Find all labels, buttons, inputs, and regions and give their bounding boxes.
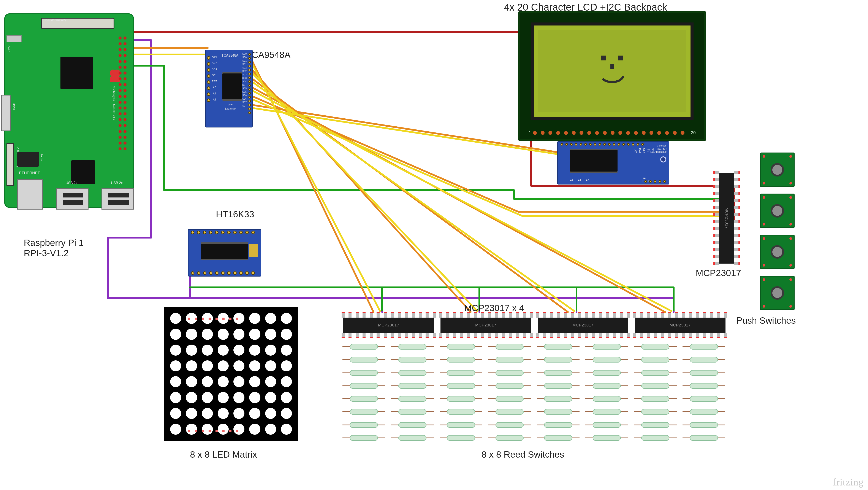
rpi-ethernet-port xyxy=(17,179,43,209)
rpi-caption: Raspberry Pi 1 RPI-3-V1.2 xyxy=(24,238,84,258)
reed-switch xyxy=(440,344,482,350)
rpi-csi-connector xyxy=(6,143,14,186)
reed-switch xyxy=(392,408,433,415)
reed-caption: 8 x 8 Reed Switches xyxy=(482,450,564,460)
reed-switch xyxy=(392,383,433,389)
htk-top-pins: for(let i=0;i<11;i++)document.write('<di… xyxy=(191,231,255,234)
push-switch-2[interactable] xyxy=(760,194,795,228)
reed-switch xyxy=(683,370,724,376)
reed-switch xyxy=(683,408,724,415)
reed-switch xyxy=(440,396,482,402)
lcd-smiley-icon xyxy=(591,52,634,86)
rpi-eth-label: ETHERNET xyxy=(19,171,40,175)
reed-switch xyxy=(343,396,384,402)
rpi-board-text: Raspberry Pi 3 Model B v1.2 xyxy=(112,85,116,120)
reed-switch xyxy=(586,383,627,389)
ht16k33-breakout: for(let i=0;i<11;i++)document.write('<di… xyxy=(188,229,261,277)
reed-switch xyxy=(635,370,676,376)
push-caption: Push Switches xyxy=(736,315,796,326)
reed-switch xyxy=(489,356,530,363)
reed-switch xyxy=(440,383,482,389)
push-switch-1[interactable] xyxy=(760,152,795,187)
raspberry-pi-board: DSI (DISPLAY) Power HDMI CSI (CAMERA) Au… xyxy=(4,13,134,208)
tca-silk-name: TCA9548A xyxy=(221,54,238,57)
tca-left-pins: for(let i=0;i<8;i++)document.write('<div… xyxy=(207,56,210,102)
reed-switch xyxy=(538,396,579,402)
reed-switch xyxy=(343,383,384,389)
reed-switch xyxy=(392,396,433,402)
mcp23017-vertical: MCP23017 for(let i=0;i<14;i++)document.w… xyxy=(719,173,734,264)
led-matrix-bot-pins: for(let i=0;i<8;i++)document.write('<div… xyxy=(188,430,238,432)
led-matrix-top-pins: for(let i=0;i<8;i++)document.write('<div… xyxy=(188,318,238,320)
rpi-hdmi-port xyxy=(1,95,11,132)
reed-bank-3 xyxy=(538,344,628,443)
mcp23017-2: MCP23017 xyxy=(440,318,531,333)
led-matrix-caption: 8 x 8 LED Matrix xyxy=(190,450,257,460)
reed-switch xyxy=(635,344,676,350)
tca-silk-sub: I2C Expander xyxy=(224,104,237,110)
htk-caption: HT16K33 xyxy=(216,209,254,220)
reed-switch xyxy=(440,435,482,441)
reed-switch xyxy=(635,383,676,389)
reed-switch xyxy=(586,408,627,415)
reed-switch xyxy=(538,370,579,376)
rpi-usb-label-b: USB 2x xyxy=(111,181,123,185)
rpi-usb-port-b xyxy=(101,188,134,209)
backpack-io-pins: for(let i=0;i<5;i++)document.write('<div… xyxy=(644,180,666,183)
lcd-pin-row: for(let i=0;i<20;i++)document.write('<di… xyxy=(533,131,684,135)
backpack-title: I2C / SPI LCD backpack xyxy=(650,147,667,153)
led-matrix-8x8: for(let i=0;i<64;i++)document.write('<di… xyxy=(164,307,298,441)
reed-switch xyxy=(392,356,433,363)
reed-switch xyxy=(586,422,627,428)
tca-caption: TCA9548A xyxy=(246,50,290,60)
rpi-audio-jack xyxy=(17,152,39,167)
lcd-pin20-label: 20 xyxy=(691,130,696,135)
rpi-gpio-header: for(let i=0;i<40;i++)document.write('<di… xyxy=(118,35,127,152)
reed-switch xyxy=(489,344,530,350)
mcp23017-4: MCP23017 xyxy=(635,318,725,333)
reed-switch xyxy=(538,435,579,441)
reed-switch xyxy=(586,356,627,363)
reed-switch xyxy=(489,396,530,402)
reed-switch xyxy=(635,422,676,428)
reed-switch xyxy=(343,356,384,363)
reed-switch xyxy=(343,422,384,428)
reed-switch xyxy=(683,435,724,441)
reed-switch xyxy=(392,435,433,441)
tca9548a-breakout: TCA9548A I2C Expander for(let i=0;i<8;i+… xyxy=(205,50,253,127)
reed-switch xyxy=(635,396,676,402)
mcp-vert-silk: MCP23017 xyxy=(724,208,729,229)
reed-switch xyxy=(683,396,724,402)
tca-right-pins: for(let i=0;i<16;i++)document.write('<di… xyxy=(248,53,251,114)
rpi-audio-label: Audio xyxy=(40,153,43,161)
lcd-pin1-label: 1 xyxy=(529,130,531,135)
reed-switch xyxy=(683,356,724,363)
rpi-usb-chip xyxy=(71,160,95,184)
reed-switch xyxy=(343,370,384,376)
tca-left-labels: VINGNDSDASCLRSTA0A1A2 xyxy=(212,56,217,101)
reed-switch xyxy=(538,356,579,363)
reed-switch xyxy=(538,344,579,350)
rpi-dsi-label: DSI (DISPLAY) xyxy=(45,19,66,22)
reed-switch xyxy=(683,422,724,428)
fritzing-watermark: fritzing xyxy=(833,477,864,488)
lcd-i2c-backpack: for(let i=0;i<18;i++)document.write('<di… xyxy=(557,141,669,184)
tca-right-labels: SD0SC0SD1SC1SD2SC2SD3SC3SD4SC4SD5SC5SD6S… xyxy=(243,53,247,107)
mcp-vert-caption: MCP23017 xyxy=(696,268,741,278)
reed-switch xyxy=(635,408,676,415)
mcp23017-3: MCP23017 xyxy=(538,318,628,333)
reed-bank-1 xyxy=(343,344,434,443)
push-switch-4[interactable] xyxy=(760,276,795,310)
rpi-usb-port-a xyxy=(56,188,89,209)
push-switch-3[interactable] xyxy=(760,235,795,269)
reed-switch xyxy=(440,356,482,363)
mcp-x4-caption: MCP23017 x 4 xyxy=(464,303,524,313)
reed-switch xyxy=(489,383,530,389)
reed-switch xyxy=(586,370,627,376)
reed-switch xyxy=(392,422,433,428)
htk-chip-icon xyxy=(201,244,248,259)
reed-switch xyxy=(683,344,724,350)
mcp23017-1: MCP23017 xyxy=(343,318,434,333)
reed-bank-4 xyxy=(635,344,725,443)
reed-switch xyxy=(489,435,530,441)
